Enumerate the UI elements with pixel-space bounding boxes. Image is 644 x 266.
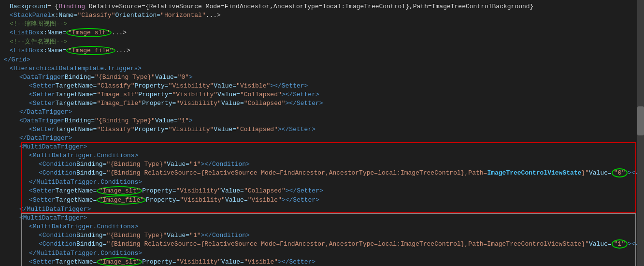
line-mdt2-conditions-close: </MultiDataTrigger.Conditions> xyxy=(0,249,644,257)
line-mdt2-condition1: <Condition Binding= "{Binding Type}" Val… xyxy=(0,231,644,239)
line-1: Background= {Binding RelativeSource={Rel… xyxy=(0,2,644,11)
oval-image-slt: "Image_slt" xyxy=(66,28,112,37)
line-mdt2-condition2: <Condition Binding= "{Binding RelativeSo… xyxy=(0,239,644,249)
line-comment-filename: <!--文件名视图--> xyxy=(0,37,644,46)
code-editor: Background= {Binding RelativeSource={Rel… xyxy=(0,0,644,266)
oval-imgslt-2: "Image_slt" xyxy=(97,257,142,266)
oval-image-file: "Image_file" xyxy=(66,46,115,55)
scrollbar-thumb[interactable] xyxy=(637,106,644,135)
line-mdt1-conditions-close: </MultiDataTrigger.Conditions> xyxy=(0,177,644,186)
line-mdt2-conditions-open: <MultiDataTrigger.Conditions> xyxy=(0,222,644,231)
line-listbox-file: <ListBox x:Name= "Image_file" ...> xyxy=(0,46,644,55)
red-box-container: <MultiDataTrigger> <MultiDataTrigger.Con… xyxy=(0,142,644,213)
scrollbar[interactable] xyxy=(637,0,644,266)
line-datatrigger-1: <DataTrigger Binding= "{Binding Type}" V… xyxy=(0,116,644,125)
line-mdt1-close: </MultiDataTrigger> xyxy=(0,205,644,213)
line-mdt1-conditions-open: <MultiDataTrigger.Conditions> xyxy=(0,151,644,160)
line-mdt1-setter-slt: <Setter TargetName= "Image_slt" Property… xyxy=(0,186,644,195)
line-setter-classify-visible: <Setter TargetName= "Classify" Property=… xyxy=(0,81,644,90)
line-datatrigger-0-close: </DataTrigger> xyxy=(0,107,644,116)
line-listbox-slt: <ListBox x:Name= "Image_slt" ...> xyxy=(0,28,644,37)
line-mdt2-setter-slt: <Setter TargetName= "Image_slt" Property… xyxy=(0,257,644,266)
line-datatrigger-0: <DataTrigger Binding= "{Binding Type}" V… xyxy=(0,73,644,81)
line-grid-close: </Grid> xyxy=(0,55,644,64)
line-setter-imgslt-collapsed: <Setter TargetName= "Image_slt" Property… xyxy=(0,90,644,99)
line-datatrigger-1-close: </DataTrigger> xyxy=(0,133,644,142)
oval-imgslt-1: "Image_slt" xyxy=(97,186,142,195)
line-triggers-open: <HierarchicalDataTemplate.Triggers> xyxy=(0,64,644,73)
oval-value-0: "0" xyxy=(612,168,628,177)
line-comment-thumbnail: <!--缩略图视图--> xyxy=(0,19,644,28)
dark-box-container: <MultiDataTrigger> <MultiDataTrigger.Con… xyxy=(0,213,644,266)
line-setter-classify-collapsed: <Setter TargetName= "Classify" Property=… xyxy=(0,125,644,133)
line-mdt1-condition1: <Condition Binding= "{Binding Type}" Val… xyxy=(0,160,644,168)
line-stackpanel: <StackPanel x:Name= "Classify" Orientati… xyxy=(0,11,644,19)
line-multitrigger2-open: <MultiDataTrigger> xyxy=(0,213,644,222)
line-mdt1-condition2: <Condition Binding= "{Binding RelativeSo… xyxy=(0,168,644,177)
line-multitrigger1-open: <MultiDataTrigger> xyxy=(0,142,644,151)
oval-imgfile-1: "Image_file" xyxy=(97,195,146,205)
line-mdt1-setter-file: <Setter TargetName= "Image_file" Propert… xyxy=(0,195,644,205)
oval-value-1: "1" xyxy=(612,239,628,249)
line-setter-imgfile-collapsed: <Setter TargetName= "Image_file" Propert… xyxy=(0,99,644,107)
